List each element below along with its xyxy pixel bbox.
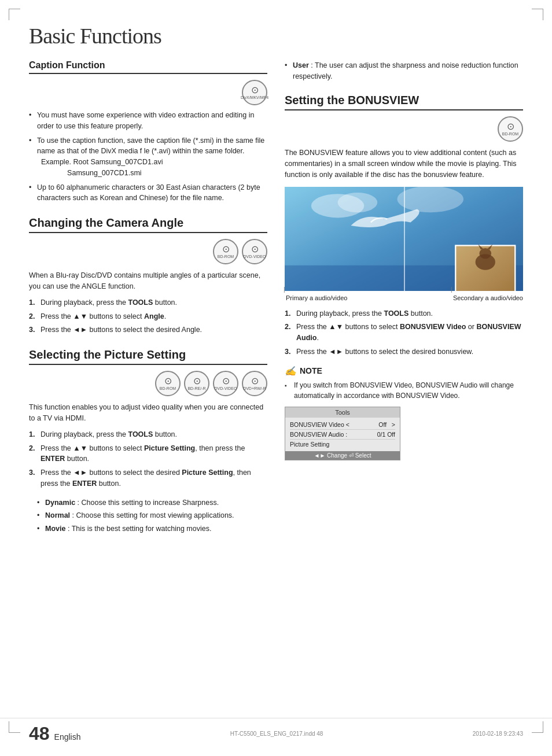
tools-row-1: BONUSVIEW Video < Off >	[290, 420, 395, 430]
bv-step-2: 2. Press the ▲▼ buttons to select BONUSV…	[285, 322, 523, 344]
step-num-2: 2.	[29, 311, 35, 322]
dvdplusrw-badge: ⊙ DVD+RW/-R	[242, 371, 267, 396]
picture-setting-steps: 1. During playback, press the TOOLS butt…	[29, 429, 267, 489]
bdrom-icon-1: ⊙	[222, 244, 230, 255]
page-footer: 48 English HT-C5500_ELS_ENG_0217.indd 48…	[0, 718, 552, 744]
tools-ui-body: BONUSVIEW Video < Off > BONUSVIEW Audio …	[285, 418, 400, 451]
camera-angle-icon-row: ⊙ BD-ROM ⊙ DVD-VIDEO	[29, 239, 267, 264]
bonusview-heading: Setting the BONUSVIEW	[285, 94, 523, 110]
tools-row-3: Picture Setting	[290, 440, 395, 449]
user-bullet-list: User : The user can adjust the sharpness…	[285, 60, 523, 82]
picture-setting-intro: This function enables you to adjust vide…	[29, 402, 267, 425]
tools-row-3-label: Picture Setting	[290, 441, 329, 448]
tools-row-2-value: 0/1 Off	[377, 431, 395, 438]
tools-ui-header: Tools	[285, 407, 400, 418]
svg-point-2	[338, 193, 378, 212]
page-wrapper: Basic Functions Caption Function ⊙ DivX/…	[0, 0, 552, 756]
camera-step-2: 2. Press the ▲▼ buttons to select Angle.	[29, 311, 267, 322]
ps-movie: Movie : This is the best setting for wat…	[37, 523, 267, 534]
page-language: English	[54, 732, 81, 742]
bv-step-1: 1. During playback, press the TOOLS butt…	[285, 308, 523, 319]
dvdvideo-badge-2: ⊙ DVD-VIDEO	[213, 371, 238, 396]
picture-setting-section: Selecting the Picture Setting ⊙ BD-ROM ⊙…	[29, 348, 267, 534]
note-label: NOTE	[300, 366, 322, 375]
bdrer-badge: ⊙ BD-RE/-R	[184, 371, 209, 396]
tools-row-2-label: BONUSVIEW Audio :	[290, 431, 347, 438]
corner-mark-tr	[532, 9, 543, 20]
corner-mark-tl	[9, 9, 20, 20]
user-bullet-section: User : The user can adjust the sharpness…	[285, 60, 523, 82]
disc-icon: ⊙	[251, 84, 259, 95]
bonusview-steps: 1. During playback, press the TOOLS butt…	[285, 308, 523, 357]
ps-step-1: 1. During playback, press the TOOLS butt…	[29, 429, 267, 440]
camera-angle-heading: Changing the Camera Angle	[29, 216, 267, 233]
caption-bullet-list: You must have some experience with video…	[29, 110, 267, 204]
bonusview-caption-row: Primary a audio/video Secondary a audio/…	[285, 294, 523, 301]
caption-bullet-1: You must have some experience with video…	[29, 110, 267, 132]
bonusview-image	[285, 187, 523, 291]
tools-row-1-value: Off >	[378, 421, 395, 428]
step-num-1: 1.	[29, 297, 35, 308]
dvdvideo-badge-1: ⊙ DVD-VIDEO	[242, 239, 267, 264]
bonusview-section: Setting the BONUSVIEW ⊙ BD-ROM The BONUS…	[285, 94, 523, 460]
step-num-3: 3.	[29, 324, 35, 335]
camera-step-3: 3. Press the ◄► buttons to select the de…	[29, 324, 267, 335]
main-title: Basic Functions	[29, 23, 523, 49]
caption-heading: Caption Function	[29, 60, 267, 74]
svg-point-3	[398, 187, 463, 212]
tools-row-2: BONUSVIEW Audio : 0/1 Off	[290, 430, 395, 440]
footer-filename: HT-C5500_ELS_ENG_0217.indd 48	[230, 731, 323, 737]
camera-angle-steps: 1. During playback, press the TOOLS butt…	[29, 297, 267, 335]
note-list: If you switch from BONUSVIEW Video, BONU…	[285, 380, 523, 401]
tools-ui: Tools BONUSVIEW Video < Off > BONUSVIEW …	[285, 407, 400, 460]
picture-setting-icon-row: ⊙ BD-ROM ⊙ BD-RE/-R ⊙ DVD-VIDEO ⊙ DVD+RW…	[29, 371, 267, 396]
divx-badge: ⊙ DivX/MKV/MP4	[242, 80, 267, 105]
camera-angle-section: Changing the Camera Angle ⊙ BD-ROM ⊙ DVD…	[29, 216, 267, 335]
ps-dynamic: Dynamic : Choose this setting to increas…	[37, 497, 267, 508]
bv-step-3: 3. Press the ◄► buttons to select the de…	[285, 346, 523, 357]
dvdvideo-icon-1: ⊙	[251, 244, 259, 255]
ps-normal: Normal : Choose this setting for most vi…	[37, 510, 267, 521]
right-column: User : The user can adjust the sharpness…	[285, 60, 523, 547]
left-column: Caption Function ⊙ DivX/MKV/MP4 You must…	[29, 60, 267, 547]
tools-ui-footer: ◄► Change ⏎ Select	[285, 451, 400, 460]
bdrom-label-1: BD-ROM	[218, 255, 234, 259]
ps-step-3: 3. Press the ◄► buttons to select the de…	[29, 467, 267, 489]
bonusview-caption-secondary: Secondary a audio/video	[452, 294, 523, 301]
bonusview-icon-row: ⊙ BD-ROM	[285, 116, 523, 142]
camera-angle-intro: When a Blu-ray Disc/DVD contains multipl…	[29, 270, 267, 293]
caption-icon-row: ⊙ DivX/MKV/MP4	[29, 80, 267, 105]
note-item-1: If you switch from BONUSVIEW Video, BONU…	[285, 380, 523, 401]
bonusview-divider	[404, 187, 405, 291]
caption-bullet-2: To use the caption function, save the ca…	[29, 135, 267, 179]
page-number: 48	[29, 723, 50, 744]
tools-row-1-label: BONUSVIEW Video <	[290, 421, 349, 428]
bdrom-label-3: BD-ROM	[502, 132, 518, 137]
divx-badge-label: DivX/MKV/MP4	[241, 95, 268, 100]
bdrom-badge-2: ⊙ BD-ROM	[155, 371, 181, 396]
bdrom-label-2: BD-ROM	[160, 386, 176, 391]
dvdvideo-label-2: DVD-VIDEO	[215, 386, 237, 391]
user-bullet: User : The user can adjust the sharpness…	[285, 60, 523, 82]
bonusview-image-container: Primary a audio/video Secondary a audio/…	[285, 187, 523, 301]
bdrom-badge-3: ⊙ BD-ROM	[498, 116, 523, 142]
dvdplusrw-label: DVD+RW/-R	[243, 386, 266, 391]
bonusview-caption-primary: Primary a audio/video	[285, 294, 347, 301]
content-columns: Caption Function ⊙ DivX/MKV/MP4 You must…	[29, 60, 523, 547]
ps-step-2: 2. Press the ▲▼ buttons to select Pictur…	[29, 443, 267, 465]
camera-step-1: 1. During playback, press the TOOLS butt…	[29, 297, 267, 308]
note-section: ✍ NOTE If you switch from BONUSVIEW Vide…	[285, 366, 523, 401]
bdrom-badge-1: ⊙ BD-ROM	[213, 239, 238, 264]
footer-date: 2010-02-18 9:23:43	[473, 731, 523, 737]
dvdvideo-label-1: DVD-VIDEO	[244, 255, 266, 259]
caption-section: Caption Function ⊙ DivX/MKV/MP4 You must…	[29, 60, 267, 204]
svg-point-7	[479, 248, 491, 259]
page-number-block: 48 English	[29, 723, 81, 744]
caption-bullet-3: Up to 60 alphanumeric characters or 30 E…	[29, 182, 267, 204]
bonusview-intro: The BONUSVIEW feature allows you to view…	[285, 147, 523, 181]
note-icon: ✍	[285, 366, 296, 377]
picture-sub-bullets: Dynamic : Choose this setting to increas…	[29, 497, 267, 534]
picture-setting-heading: Selecting the Picture Setting	[29, 348, 267, 365]
note-heading: ✍ NOTE	[285, 366, 523, 377]
bdrer-label: BD-RE/-R	[187, 386, 205, 391]
